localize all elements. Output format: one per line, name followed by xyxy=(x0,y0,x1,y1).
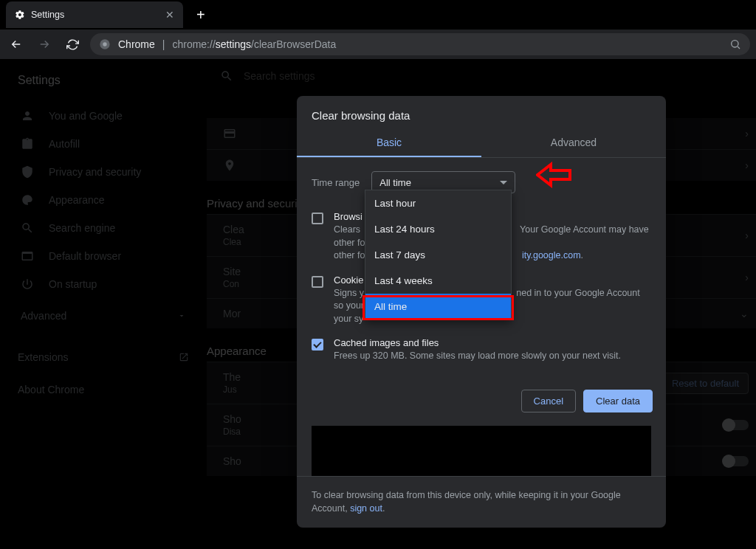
search-icon[interactable] xyxy=(729,38,741,50)
tab-title: Settings xyxy=(31,10,64,20)
sign-out-link[interactable]: sign out xyxy=(350,503,382,514)
redacted-region xyxy=(312,426,651,476)
dialog-tabs: Basic Advanced xyxy=(297,129,666,158)
dialog-footer: To clear browsing data from this device … xyxy=(297,476,666,528)
checkbox-cached-images[interactable]: Cached images and files Frees up 320 MB.… xyxy=(312,331,651,369)
omnibox-prefix: Chrome xyxy=(118,38,155,50)
checkbox-icon[interactable] xyxy=(312,276,323,288)
dropdown-option[interactable]: Last hour xyxy=(365,190,511,216)
dropdown-arrow-icon xyxy=(500,181,507,184)
dialog-title: Clear browsing data xyxy=(297,96,666,129)
back-button[interactable] xyxy=(6,34,27,55)
time-range-value: All time xyxy=(379,177,411,188)
activity-link[interactable]: ity.google.com xyxy=(522,250,581,260)
omnibox-url: chrome://settings/clearBrowserData xyxy=(172,38,336,50)
browser-tab[interactable]: Settings ✕ xyxy=(6,1,183,28)
browser-toolbar: Chrome | chrome://settings/clearBrowserD… xyxy=(0,30,756,59)
gear-icon xyxy=(15,10,25,20)
address-bar[interactable]: Chrome | chrome://settings/clearBrowserD… xyxy=(90,33,750,55)
dropdown-option[interactable]: Last 4 weeks xyxy=(365,268,511,294)
time-range-dropdown: Last hour Last 24 hours Last 7 days Last… xyxy=(365,190,512,320)
tab-basic[interactable]: Basic xyxy=(297,129,481,157)
dropdown-option[interactable]: Last 7 days xyxy=(365,242,511,268)
forward-button[interactable] xyxy=(34,34,55,55)
close-tab-icon[interactable]: ✕ xyxy=(165,9,174,21)
reload-button[interactable] xyxy=(62,34,83,55)
dropdown-option[interactable]: Last 24 hours xyxy=(365,216,511,242)
new-tab-button[interactable]: + xyxy=(196,7,205,24)
omnibox-separator: | xyxy=(162,38,165,50)
tab-advanced[interactable]: Advanced xyxy=(481,129,666,157)
tab-strip: Settings ✕ + xyxy=(0,0,756,30)
time-range-label: Time range xyxy=(312,177,360,188)
dropdown-option-selected[interactable]: All time xyxy=(365,294,511,320)
clear-data-button[interactable]: Clear data xyxy=(583,390,653,412)
svg-point-2 xyxy=(732,41,738,47)
chrome-icon xyxy=(99,38,111,50)
svg-point-1 xyxy=(103,42,106,46)
checkbox-icon[interactable] xyxy=(312,213,323,224)
checkbox-icon[interactable] xyxy=(312,339,323,351)
cancel-button[interactable]: Cancel xyxy=(521,390,576,412)
